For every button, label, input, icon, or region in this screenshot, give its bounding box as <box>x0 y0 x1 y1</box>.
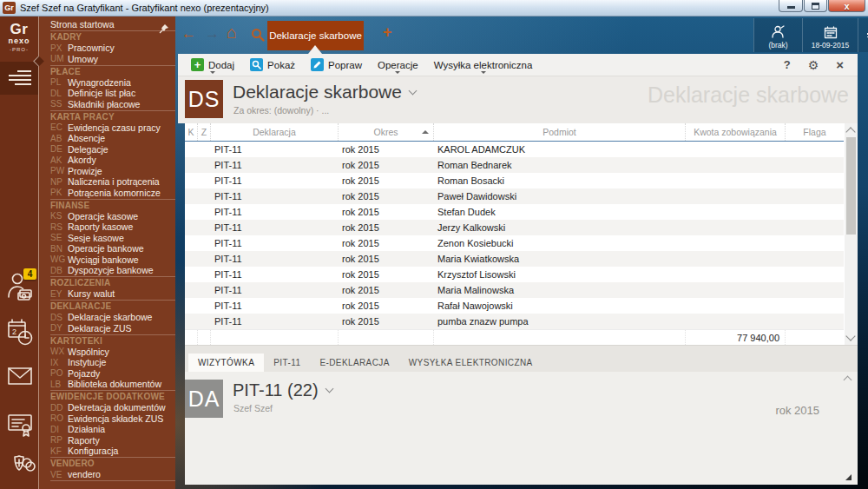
sidebar-item-umowy[interactable]: UMUmowy <box>39 54 175 65</box>
settings-gear-button[interactable]: ⚙ <box>808 58 819 72</box>
table-scrollbar[interactable] <box>845 123 858 345</box>
cell-deklaracja: PIT-11 <box>211 204 339 220</box>
current-user-button[interactable]: (brak) <box>753 18 802 52</box>
messages-shortcut-button[interactable] <box>6 362 34 395</box>
cell-z <box>198 251 211 267</box>
nav-forward-button[interactable]: → <box>205 25 220 43</box>
sidebar-item-dekretacja-dokument-w[interactable]: DDDekretacja dokumentów <box>39 402 175 413</box>
detail-title[interactable]: PIT-11 (22) <box>233 380 332 400</box>
electronic-dispatch-button[interactable]: Wysyłka elektroniczna <box>426 54 541 76</box>
sidebar-item-pojazdy[interactable]: POPojazdy <box>39 368 175 380</box>
sidebar-item-definicje-list-p-ac[interactable]: DLDefinicje list płac <box>39 88 175 99</box>
table-row[interactable]: PIT-11rok 2015Stefan Dudek <box>185 204 844 220</box>
sidebar-item-ewidencja-czasu-pracy[interactable]: ECEwidencja czasu pracy <box>39 122 175 134</box>
cell-deklaracja: PIT-11 <box>211 314 339 329</box>
sidebar-item-kursy-walut[interactable]: EYKursy walut <box>39 288 175 300</box>
sidebar-item-absencje[interactable]: ABAbsencje <box>39 133 175 144</box>
sidebar-item-label: Instytucje <box>68 357 106 367</box>
sidebar-item-akordy[interactable]: AKAkordy <box>39 155 175 166</box>
table-row[interactable]: PIT-11rok 2015Jerzy Kalkowski <box>185 220 844 235</box>
column-header-flaga[interactable]: Flaga <box>786 123 844 141</box>
sidebar-item-sk-adniki-p-acowe[interactable]: SSSkładniki płacowe <box>39 99 175 110</box>
maximize-button[interactable] <box>804 0 827 12</box>
table-row[interactable]: PIT-11rok 2015Maria Kwiatkowska <box>185 251 844 267</box>
pin-icon[interactable] <box>159 22 169 37</box>
sidebar-item-deklaracje-zus[interactable]: DYDeklaracje ZUS <box>39 323 175 334</box>
sidebar-item-sesje-kasowe[interactable]: SESesje kasowe <box>39 233 175 244</box>
view-title[interactable]: Deklaracje skarbowe <box>233 82 416 102</box>
sidebar-item-prowizje[interactable]: PWProwizje <box>39 166 175 177</box>
sidebar-item-biblioteka-dokument-w[interactable]: LBBiblioteka dokumentów <box>39 379 175 390</box>
sidebar-item-potr-cenia-komornicze[interactable]: PKPotrącenia komornicze <box>39 188 175 199</box>
close-button[interactable]: x <box>828 0 865 12</box>
table-row[interactable]: PIT-11rok 2015Maria Malinowska <box>185 282 844 298</box>
table-row[interactable]: PIT-11rok 2015KAROL ADAMCZUK <box>185 142 844 157</box>
close-view-button[interactable]: × <box>836 57 844 72</box>
sidebar-item-instytucje[interactable]: IXInstytucje <box>39 357 175 368</box>
help-button[interactable]: ? <box>784 58 791 71</box>
sidebar-item-pracownicy[interactable]: PXPracownicy <box>39 43 175 54</box>
column-header-okres[interactable]: Okres <box>339 123 434 141</box>
minimize-button[interactable] <box>779 0 803 12</box>
sidebar-item-label: Kursy walut <box>68 288 115 299</box>
nav-back-button[interactable]: ← <box>181 25 196 43</box>
sidebar-item-operacje-kasowe[interactable]: KSOperacje kasowe <box>39 211 175 222</box>
column-header-kwota[interactable]: Kwota zobowiązania <box>686 123 786 141</box>
licenses-shortcut-button[interactable] <box>6 409 34 442</box>
nav-home-button[interactable]: ⌂ <box>227 23 237 43</box>
scrollbar-thumb[interactable] <box>846 137 856 235</box>
sidebar-item-konfiguracja[interactable]: KFKonfiguracja <box>39 446 175 457</box>
detail-tab-wysy-ka-elektroniczna[interactable]: WYSYŁKA ELEKTRONICZNA <box>399 354 542 372</box>
sidebar-item-dzia-ania[interactable]: DIDziałania <box>39 424 175 435</box>
notification-badge: 4 <box>23 268 36 280</box>
detail-tab-wizyt-wka[interactable]: WIZYTÓWKA <box>188 354 264 372</box>
table-row[interactable]: PIT-11rok 2015pumba znazw pumpa <box>185 314 844 329</box>
sidebar-item-delegacje[interactable]: DEDelegacje <box>39 144 175 155</box>
show-button[interactable]: Pokaż <box>242 54 303 76</box>
table-row[interactable]: PIT-11rok 2015Rafał Nawojowski <box>185 298 844 314</box>
table-row[interactable]: PIT-11rok 2015Zenon Kosiebucki <box>185 235 844 251</box>
table-row[interactable]: PIT-11rok 2015Krzysztof Lisowski <box>185 267 844 282</box>
sidebar-item-operacje-bankowe[interactable]: BNOperacje bankowe <box>39 243 175 254</box>
detail-tab-e-deklaracja[interactable]: E-DEKLARACJA <box>310 354 398 372</box>
column-header-z[interactable]: Z <box>198 123 211 141</box>
detail-scroll-up-icon[interactable] <box>844 376 852 385</box>
pencil-icon <box>311 58 324 71</box>
detail-tab-pit-11[interactable]: PIT-11 <box>264 354 310 372</box>
new-tab-button[interactable]: + <box>383 23 392 42</box>
sidebar-item-dyspozycje-bankowe[interactable]: DBDyspozycje bankowe <box>39 265 175 276</box>
sidebar-item-naliczenia-i-potr-cenia[interactable]: NPNaliczenia i potrącenia <box>39 176 175 188</box>
sidebar-item-wyci-gi-bankowe[interactable]: WGWyciągi bankowe <box>39 254 175 266</box>
sidebar-item-raporty-kasowe[interactable]: RSRaporty kasowe <box>39 221 175 233</box>
sidebar-item-deklaracje-skarbowe[interactable]: DSDeklaracje skarbowe <box>39 312 175 323</box>
cell-flaga <box>786 157 844 173</box>
table-row[interactable]: PIT-11rok 2015Paweł Dawidowski <box>185 188 844 204</box>
cell-k <box>185 220 198 235</box>
edit-button[interactable]: Popraw <box>303 54 370 76</box>
scroll-down-icon[interactable] <box>845 331 855 340</box>
insurance-shortcut-button[interactable] <box>6 453 34 486</box>
add-button[interactable]: + Dodaj <box>183 54 242 76</box>
operations-button[interactable]: Operacje <box>370 54 426 76</box>
sidebar-item-ewidencja-sk-adek-zus[interactable]: ROEwidencja składek ZUS <box>39 413 175 425</box>
column-header-k[interactable]: K <box>185 123 198 141</box>
resize-grip-icon[interactable] <box>845 474 852 480</box>
nav-search-button[interactable] <box>251 28 265 45</box>
table-row[interactable]: PIT-11rok 2015Roman Bosacki <box>185 173 844 188</box>
cell-k <box>185 314 198 329</box>
sidebar-item-wynagrodzenia[interactable]: PLWynagrodzenia <box>39 77 175 89</box>
menu-toggle-button[interactable] <box>0 62 38 95</box>
sidebar-item-raporty[interactable]: RPRaporty <box>39 435 175 446</box>
sidebar-item-code: DL <box>50 89 68 98</box>
view-filter-summary[interactable]: Za okres: (dowolny) · ... <box>233 105 329 116</box>
planner-shortcut-button[interactable]: 2 <box>6 317 34 350</box>
sidebar-item-vendero[interactable]: VEvendero <box>39 469 175 480</box>
column-header-deklaracja[interactable]: Deklaracja <box>211 123 339 141</box>
column-header-podmiot[interactable]: Podmiot <box>434 123 686 141</box>
session-menu-button[interactable] <box>858 18 868 52</box>
sidebar-item-strona-startowa[interactable]: Strona startowa <box>39 19 175 30</box>
sidebar-item-wsp-lnicy[interactable]: WXWspólnicy <box>39 347 175 358</box>
table-row[interactable]: PIT-11rok 2015Roman Bednarek <box>185 157 844 173</box>
scroll-up-icon[interactable] <box>845 127 855 136</box>
work-date-button[interactable]: 18-09-2015 <box>802 18 858 52</box>
